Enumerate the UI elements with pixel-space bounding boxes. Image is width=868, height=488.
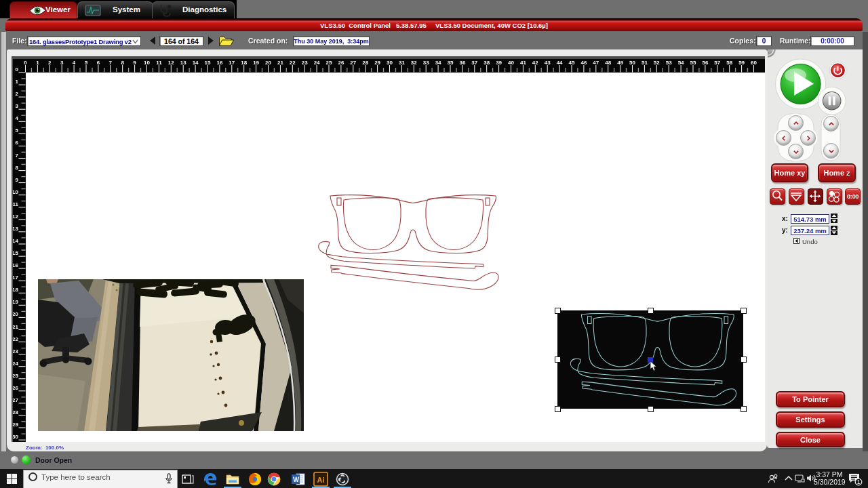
svg-text:23: 23 xyxy=(13,348,19,354)
svg-text:36: 36 xyxy=(459,60,465,66)
svg-text:59: 59 xyxy=(738,60,745,66)
svg-text:38: 38 xyxy=(484,60,490,66)
svg-text:51: 51 xyxy=(642,60,648,66)
svg-text:20: 20 xyxy=(13,311,19,317)
svg-text:0: 0 xyxy=(16,66,19,73)
svg-text:6: 6 xyxy=(97,60,100,66)
svg-text:14: 14 xyxy=(13,238,19,244)
svg-text:34: 34 xyxy=(435,60,441,66)
svg-text:7: 7 xyxy=(109,60,113,66)
svg-text:3: 3 xyxy=(16,103,19,109)
svg-text:54: 54 xyxy=(678,60,684,66)
svg-text:17: 17 xyxy=(13,274,19,281)
svg-text:55: 55 xyxy=(690,60,696,66)
svg-text:39: 39 xyxy=(496,60,502,66)
svg-text:46: 46 xyxy=(580,60,587,66)
svg-text:6: 6 xyxy=(16,140,19,146)
svg-text:21: 21 xyxy=(277,60,283,66)
svg-text:26: 26 xyxy=(338,60,344,66)
svg-text:58: 58 xyxy=(726,60,732,66)
svg-text:28: 28 xyxy=(362,60,368,66)
svg-text:47: 47 xyxy=(593,60,599,66)
svg-text:9: 9 xyxy=(16,177,19,183)
svg-text:8: 8 xyxy=(16,165,19,171)
svg-text:15: 15 xyxy=(13,250,19,256)
svg-text:57: 57 xyxy=(714,60,720,66)
svg-text:27: 27 xyxy=(350,60,356,66)
svg-text:48: 48 xyxy=(605,60,611,66)
svg-text:5: 5 xyxy=(16,127,19,134)
svg-text:45: 45 xyxy=(569,60,575,66)
svg-text:1: 1 xyxy=(857,479,861,485)
svg-text:53: 53 xyxy=(666,60,672,66)
svg-text:37: 37 xyxy=(471,60,477,66)
svg-text:11: 11 xyxy=(156,60,162,66)
svg-text:25: 25 xyxy=(326,60,332,66)
svg-text:29: 29 xyxy=(374,60,380,66)
svg-text:2: 2 xyxy=(16,91,19,97)
svg-text:19: 19 xyxy=(253,60,259,66)
svg-text:24: 24 xyxy=(314,60,320,66)
svg-text:28: 28 xyxy=(13,409,19,415)
svg-text:40: 40 xyxy=(508,60,514,66)
svg-text:44: 44 xyxy=(557,60,563,66)
svg-text:31: 31 xyxy=(399,60,405,66)
svg-text:23: 23 xyxy=(302,60,308,66)
svg-text:60: 60 xyxy=(751,60,757,66)
svg-text:15: 15 xyxy=(205,60,211,66)
svg-text:13: 13 xyxy=(13,226,19,232)
svg-text:30: 30 xyxy=(387,60,393,66)
svg-text:5: 5 xyxy=(85,60,88,66)
svg-text:10: 10 xyxy=(144,60,150,66)
svg-text:27: 27 xyxy=(13,397,19,403)
svg-text:21: 21 xyxy=(13,324,19,330)
svg-text:9: 9 xyxy=(133,60,136,66)
svg-text:12: 12 xyxy=(13,214,19,220)
svg-text:43: 43 xyxy=(545,60,551,66)
svg-text:25: 25 xyxy=(13,373,19,379)
svg-text:50: 50 xyxy=(629,60,635,66)
svg-text:12: 12 xyxy=(168,60,174,66)
svg-text:24: 24 xyxy=(13,361,19,367)
svg-text:26: 26 xyxy=(13,385,19,391)
svg-text:8: 8 xyxy=(121,60,124,66)
svg-text:14: 14 xyxy=(193,60,199,66)
svg-text:2: 2 xyxy=(48,60,52,66)
svg-text:1: 1 xyxy=(16,79,19,85)
svg-text:Ai: Ai xyxy=(317,476,325,484)
svg-text:4: 4 xyxy=(73,60,76,66)
svg-text:18: 18 xyxy=(241,60,247,66)
svg-text:52: 52 xyxy=(654,60,660,66)
svg-text:22: 22 xyxy=(290,60,296,66)
svg-text:33: 33 xyxy=(423,60,429,66)
svg-text:22: 22 xyxy=(13,336,19,342)
svg-text:29: 29 xyxy=(13,422,19,428)
svg-text:11: 11 xyxy=(13,201,19,207)
svg-text:3: 3 xyxy=(60,60,64,66)
svg-text:20: 20 xyxy=(265,60,271,66)
svg-text:41: 41 xyxy=(520,60,526,66)
svg-text:16: 16 xyxy=(13,262,19,268)
svg-text:7: 7 xyxy=(16,152,19,159)
svg-text:10: 10 xyxy=(13,189,19,195)
svg-text:1: 1 xyxy=(36,60,39,66)
svg-text:56: 56 xyxy=(702,60,708,66)
svg-text:17: 17 xyxy=(229,60,235,66)
svg-text:30: 30 xyxy=(13,434,19,440)
svg-text:18: 18 xyxy=(13,287,19,293)
svg-text:42: 42 xyxy=(532,60,538,66)
svg-text:19: 19 xyxy=(13,299,19,305)
svg-text:13: 13 xyxy=(180,60,186,66)
svg-text:35: 35 xyxy=(448,60,454,66)
svg-text:16: 16 xyxy=(216,60,222,66)
svg-text:49: 49 xyxy=(617,60,623,66)
svg-text:4: 4 xyxy=(16,115,19,121)
svg-text:32: 32 xyxy=(411,60,417,66)
